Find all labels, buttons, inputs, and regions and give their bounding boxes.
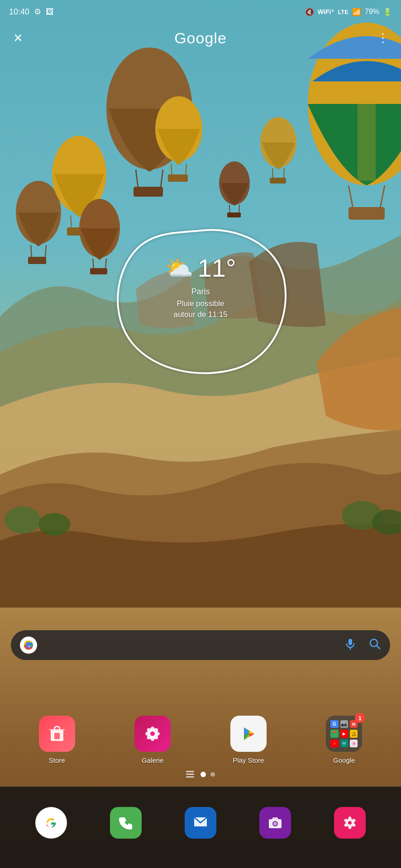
- google-folder-label: Google: [333, 756, 355, 764]
- mute-icon: 🔇: [305, 8, 314, 16]
- app-galerie[interactable]: Galerie: [130, 716, 175, 764]
- dot-line-1: [186, 771, 194, 772]
- weather-description: Pluie possibleautour de 11:15: [173, 298, 227, 320]
- dot-line-3: [186, 776, 194, 778]
- lte-icon: LTE: [338, 9, 348, 15]
- play-store-label: Play Store: [233, 756, 264, 764]
- page-dot-inactive[interactable]: [210, 772, 215, 777]
- svg-point-53: [150, 731, 155, 736]
- dock-google-icon: [35, 807, 67, 839]
- svg-line-43: [377, 646, 380, 649]
- store-icon: [39, 716, 75, 752]
- search-bar[interactable]: G: [11, 630, 390, 660]
- svg-point-64: [348, 821, 352, 825]
- galerie-icon: [134, 716, 171, 752]
- dock-gallery[interactable]: [334, 807, 366, 839]
- dock-phone[interactable]: [110, 807, 142, 839]
- status-right: 🔇 WiFi⁺ LTE 📶 79% 🔋: [305, 8, 392, 16]
- store-label: Store: [49, 756, 65, 764]
- dock-google[interactable]: [35, 807, 67, 839]
- svg-rect-44: [54, 733, 60, 739]
- google-g-logo: G: [20, 637, 37, 654]
- close-button[interactable]: ✕: [9, 29, 27, 47]
- google-folder-badge: 1: [355, 713, 365, 723]
- galerie-label: Galerie: [142, 756, 163, 764]
- more-button[interactable]: ⋮: [374, 29, 392, 47]
- battery-icon: 🔋: [383, 8, 392, 16]
- svg-text:G: G: [25, 641, 32, 650]
- dock-messages-icon: [185, 807, 216, 839]
- svg-point-57: [273, 822, 277, 826]
- dock-messages[interactable]: [185, 807, 216, 839]
- weather-temperature: 11°: [198, 253, 236, 283]
- dot-line-2: [186, 774, 194, 775]
- app-store[interactable]: Store: [34, 716, 80, 764]
- status-time: 10:40: [9, 7, 29, 17]
- weather-widget[interactable]: ⛅ 11° Paris Pluie possibleautour de 11:1…: [119, 244, 282, 331]
- dock-phone-icon: [110, 807, 142, 839]
- dock-gallery-icon: [334, 807, 366, 839]
- app-google-folder[interactable]: G 📷 M 📍 ▶ △ ♪ M 🌸 1 Google: [321, 716, 367, 764]
- dock-camera-icon: [259, 807, 291, 839]
- status-left: 10:40 ⚙ 🖼: [9, 7, 54, 17]
- page-dots: [0, 771, 401, 778]
- weather-main: ⛅ 11°: [165, 253, 236, 283]
- more-icon: ⋮: [377, 31, 389, 45]
- play-store-icon: [230, 716, 267, 752]
- app-grid: Store Galerie: [0, 716, 401, 764]
- image-icon: 🖼: [46, 7, 54, 17]
- page-dots-lines: [186, 771, 194, 778]
- svg-rect-40: [348, 639, 352, 645]
- top-bar: ✕ Google ⋮: [0, 24, 401, 52]
- weather-city: Paris: [191, 287, 210, 297]
- close-icon: ✕: [13, 31, 23, 45]
- dock-camera[interactable]: [259, 807, 291, 839]
- weather-icon: ⛅: [165, 255, 193, 281]
- signal-icon: 📶: [352, 8, 361, 16]
- status-bar: 10:40 ⚙ 🖼 🔇 WiFi⁺ LTE 📶 79% 🔋: [0, 0, 401, 24]
- search-lens-icon[interactable]: [368, 637, 381, 653]
- settings-icon: ⚙: [34, 7, 41, 17]
- app-play-store[interactable]: Play Store: [226, 716, 271, 764]
- bottom-dock: [0, 787, 401, 868]
- google-title: Google: [174, 29, 227, 47]
- battery-percent: 79%: [365, 8, 379, 16]
- svg-marker-55: [272, 817, 278, 819]
- search-mic-icon[interactable]: [344, 637, 357, 653]
- page-dot-active[interactable]: [200, 772, 206, 777]
- wifi-icon: WiFi⁺: [318, 8, 334, 15]
